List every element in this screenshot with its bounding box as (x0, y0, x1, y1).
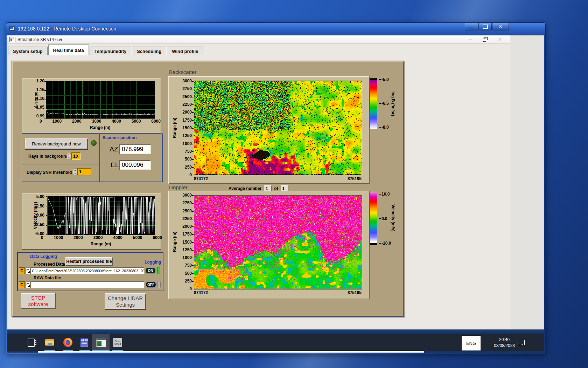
data-logging-box: Data Logging Processed Data file Restart… (17, 252, 163, 291)
velocity-x-tick: 1000 (54, 236, 63, 240)
doppler-y-axis-label: Range (m) (172, 228, 177, 256)
app-window-controls (463, 36, 507, 43)
ascope-x-axis-label: Range (m) (46, 125, 154, 130)
doppler-x-ticks: 874172 875195 (194, 291, 362, 295)
velocity-x-axis-label: Range (m) (47, 241, 154, 246)
backscatter-y-tick: 250 (185, 165, 192, 169)
raw-logging-toggle[interactable]: OFF (145, 281, 161, 288)
ascope-x-tick: 4000 (112, 119, 121, 124)
maximize-button[interactable] (478, 23, 492, 30)
backscatter-graph-panel: Range (m) 300027502500225020001750150012… (168, 76, 370, 184)
backscatter-y-tick: 500 (185, 157, 192, 161)
ascope-y-ticks: 1.201.151.101.050.99 (30, 79, 44, 118)
processed-path-field[interactable]: C:\Lidar\Data\Proc\2023\202308\20230803\… (30, 267, 144, 274)
velocity-y-tick: -2.50 (35, 223, 44, 227)
raw-drive-box[interactable]: C (19, 281, 25, 288)
tab-scheduling[interactable]: Scheduling (132, 47, 166, 55)
scanner-position-box: Scanner position AZ 078.999 EL 000.096 (100, 134, 163, 182)
change-lidar-settings-button[interactable]: Change LiDAR Settings (105, 293, 146, 309)
ascope-x-ticks: 0100020003000400050006000 (40, 119, 161, 124)
doppler-canvas (194, 196, 362, 289)
el-value-field[interactable]: 000.096 (119, 160, 151, 170)
restart-processed-file-button[interactable]: Restart processed file (65, 257, 113, 266)
az-label: AZ (110, 145, 118, 153)
processed-path-browse-icon[interactable] (26, 267, 30, 274)
backscatter-colorbar-ticks: -5.0-6.5-8.0 (379, 77, 389, 129)
tab-system-setup[interactable]: System setup (8, 47, 48, 55)
ascope-plot (46, 81, 155, 119)
doppler-y-tick: 2000 (182, 224, 192, 229)
notification-center-icon[interactable] (518, 340, 525, 345)
backscatter-y-tick: 2000 (182, 110, 192, 114)
rays-value-field[interactable]: 10 (71, 152, 80, 160)
doppler-y-tick: 2250 (182, 217, 192, 221)
doppler-x-start: 874172 (194, 291, 208, 295)
backscatter-colorbar-tick: -8.0 (379, 125, 389, 129)
backscatter-x-end: 875195 (348, 177, 362, 181)
ascope-y-tick: 1.20 (36, 79, 44, 83)
backscatter-y-tick: 750 (185, 149, 192, 154)
doppler-y-tick: 250 (185, 279, 192, 283)
language-indicator[interactable]: ENG (462, 336, 481, 350)
raw-toggle-slide-icon (158, 281, 161, 288)
processed-logging-toggle[interactable]: ON (145, 267, 160, 274)
doppler-colorbar-label: Velocity (m/s) (391, 199, 396, 237)
file-explorer-icon[interactable] (45, 338, 55, 347)
average-number-label: Average number (229, 186, 261, 191)
app-restore-button[interactable] (478, 36, 492, 43)
backscatter-y-tick: 1750 (182, 118, 192, 122)
raw-logging-state: OFF (145, 281, 157, 288)
tab-wind-profile[interactable]: Wind profile (167, 47, 203, 55)
doppler-y-tick: 0 (189, 287, 192, 291)
tab-bar: System setup Real time data Temp/humidit… (8, 45, 204, 55)
velocity-x-ticks: 0100020003000400050006000 (41, 236, 162, 240)
close-button[interactable] (492, 23, 509, 30)
ascope-y-tick: 1.15 (36, 88, 44, 92)
doppler-heatmap (194, 195, 362, 289)
ascope-y-tick: 1.05 (36, 105, 44, 109)
remote-wallpaper-strip (7, 329, 544, 334)
app-close-button[interactable] (492, 36, 507, 43)
snr-spinner[interactable]: ▲▼ (73, 168, 77, 175)
stop-software-button[interactable]: STOP software (21, 293, 56, 309)
doppler-y-tick: 1750 (182, 232, 192, 236)
tab-temp-humidity[interactable]: Temp/humidity (90, 47, 131, 55)
rays-spinner[interactable]: ▲▼ (66, 153, 71, 160)
logging-label: Logging (145, 260, 161, 265)
scan-scheduler-icon[interactable]: Scan sched (113, 338, 122, 347)
raw-path-field[interactable] (30, 281, 144, 288)
rdp-window-title: 192.168.0.122 - Remote Desktop Connectio… (18, 26, 116, 32)
doppler-y-ticks: 3000275025002250200017501500125010007505… (178, 193, 192, 291)
rdp-titlebar[interactable]: 192.168.0.122 - Remote Desktop Connectio… (6, 23, 545, 35)
app-titlebar[interactable]: StreamLine XR v14-6.vi (7, 35, 510, 44)
velocity-x-tick: 0 (41, 236, 43, 240)
raw-data-file-label: RAW Data file (34, 275, 61, 280)
backscatter-y-tick: 1250 (182, 134, 192, 138)
velocity-x-tick: 3000 (93, 236, 103, 240)
labview-app-icon[interactable] (96, 338, 106, 347)
snr-value-field[interactable]: 1 (77, 168, 91, 175)
tab-real-time-data[interactable]: Real time data (48, 45, 89, 55)
week-planner-icon[interactable]: WEEK (80, 338, 90, 347)
app-minimize-button[interactable] (463, 36, 478, 43)
backscatter-x-start: 874172 (194, 177, 208, 181)
clock[interactable]: 20:40 03/08/2023 (487, 337, 522, 349)
firefox-icon[interactable] (63, 338, 73, 347)
az-value-field[interactable]: 078.999 (119, 144, 151, 154)
doppler-y-tick: 1500 (182, 240, 192, 244)
backscatter-colorbar (370, 78, 377, 129)
of-label: of (274, 186, 278, 191)
renew-background-button[interactable]: Renew background now (25, 138, 88, 149)
backscatter-colorbar-tick: -5.0 (379, 77, 389, 82)
ascope-x-tick: 1000 (52, 119, 62, 124)
minimize-button[interactable] (465, 23, 478, 30)
processed-drive-box[interactable]: C (19, 267, 25, 274)
streamline-app-window: StreamLine XR v14-6.vi System setup Real… (7, 35, 510, 329)
backscatter-canvas (194, 81, 362, 175)
processed-toggle-slide-icon (157, 267, 160, 274)
doppler-y-tick: 500 (185, 271, 192, 275)
task-view-icon[interactable] (27, 338, 36, 347)
raw-path-browse-icon[interactable] (26, 281, 30, 288)
doppler-x-end: 875195 (348, 291, 362, 295)
doppler-y-tick: 3000 (182, 193, 192, 197)
